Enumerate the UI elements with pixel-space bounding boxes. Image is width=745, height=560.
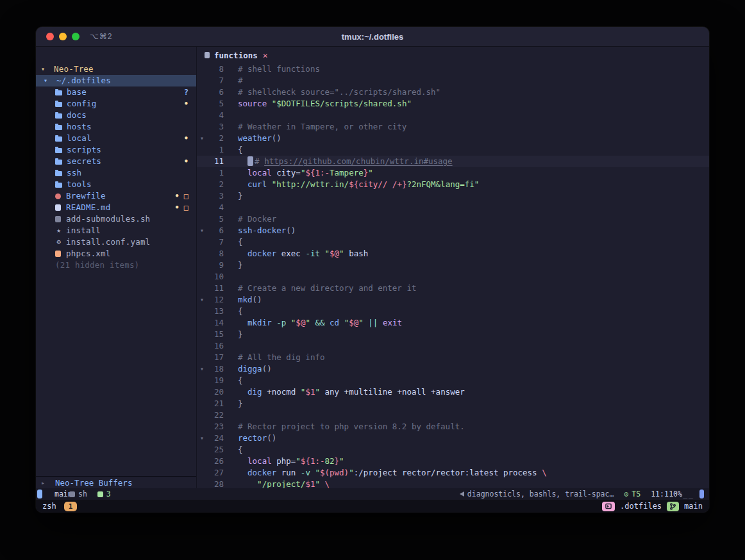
line-number: 28 — [207, 479, 224, 488]
fold-marker-icon[interactable]: ▾ — [197, 225, 207, 236]
tree-item[interactable]: phpcs.xml — [36, 248, 196, 259]
tree-item[interactable]: Brewfile•□ — [36, 190, 196, 202]
neo-tree-buffers-header[interactable]: ▸ Neo-Tree Buffers — [36, 477, 196, 488]
code-line[interactable]: 10 — [197, 271, 709, 283]
code-line[interactable]: 21} — [197, 398, 709, 409]
close-window-button[interactable] — [46, 33, 54, 40]
code-line[interactable]: 4 — [197, 202, 709, 213]
code-token: $@ — [330, 249, 339, 258]
code-token: } — [238, 260, 243, 270]
code-token: exit — [383, 318, 402, 327]
code-line[interactable]: 11# Create a new directory and enter it — [197, 283, 709, 294]
code-area[interactable]: 8# shell functions7#6# shellcheck source… — [197, 63, 709, 488]
code-line[interactable]: 26 local php="${1:-82}" — [197, 456, 709, 467]
fold-marker-icon[interactable]: ▾ — [197, 432, 207, 444]
tree-item[interactable]: add-submodules.sh — [36, 213, 196, 225]
tree-item[interactable]: ⚙install.conf.yaml — [36, 236, 196, 248]
code-line[interactable]: ▾18digga() — [197, 363, 709, 375]
folder-icon — [55, 160, 62, 165]
code-token: # Create a new directory and enter it — [238, 283, 416, 293]
code-line[interactable]: 9} — [197, 259, 709, 271]
code-line[interactable]: 3} — [197, 190, 709, 202]
neo-tree-panel: ▾Neo-Tree▾~/.dotfilesbase?config•docshos… — [36, 47, 197, 488]
cursor-position: 11:1 — [651, 490, 658, 498]
tree-item[interactable]: config• — [36, 98, 196, 110]
code-line[interactable]: 6# shellcheck source="../scripts/shared.… — [197, 86, 709, 98]
tree-item[interactable]: tools — [36, 179, 196, 190]
code-token: # Docker — [238, 214, 276, 224]
code-text — [224, 110, 238, 121]
tree-item[interactable]: secrets• — [36, 156, 196, 167]
folder-icon — [55, 125, 62, 130]
code-line[interactable]: 20 dig +nocmd "$1" any +multiline +noall… — [197, 386, 709, 398]
code-line[interactable]: 16 — [197, 340, 709, 352]
code-line[interactable]: 5# Docker — [197, 213, 709, 225]
code-token — [267, 179, 272, 189]
code-line[interactable]: 4 — [197, 110, 709, 121]
code-line[interactable]: 7# — [197, 75, 709, 86]
code-line[interactable]: 25{ — [197, 444, 709, 456]
tree-item[interactable]: ▾Neo-Tree — [36, 63, 196, 75]
statusline-extra: __ — [683, 490, 694, 498]
fold-marker-icon[interactable]: ▾ — [197, 133, 207, 144]
code-line[interactable]: 7{ — [197, 236, 709, 248]
tree-item[interactable]: ★install — [36, 225, 196, 236]
tree-item[interactable]: hosts — [36, 121, 196, 133]
tab-functions[interactable]: functions × — [205, 51, 268, 60]
code-line[interactable]: 1 local city="${1:-Tampere}" — [197, 167, 709, 179]
code-line[interactable]: 11 # https://github.com/chubin/wttr.in#u… — [197, 156, 709, 167]
tree-item[interactable]: README.md•□ — [36, 202, 196, 213]
code-line[interactable]: 2 curl "http://wttr.in/${city// /+}?2nFQ… — [197, 179, 709, 190]
line-number: 16 — [207, 340, 224, 352]
code-line[interactable]: ▾2weather() — [197, 133, 709, 144]
git-status-badges: • — [184, 98, 196, 110]
code-line[interactable]: 19{ — [197, 375, 709, 386]
line-number: 7 — [207, 75, 224, 86]
tree-item[interactable]: docs — [36, 110, 196, 121]
fold-gutter — [197, 398, 207, 409]
code-line[interactable]: 23# Rector project to php version 8.2 by… — [197, 421, 709, 432]
zoom-window-button[interactable] — [72, 33, 80, 40]
code-text: curl "http://wttr.in/${city// /+}?2nFQM&… — [224, 179, 479, 190]
code-line[interactable]: 28 "/project/$1" \ — [197, 479, 709, 488]
code-line[interactable]: 22 — [197, 409, 709, 421]
code-token — [238, 179, 247, 189]
code-line[interactable]: 17# All the dig info — [197, 352, 709, 363]
fold-marker-icon[interactable]: ▾ — [197, 294, 207, 306]
minimize-window-button[interactable] — [59, 33, 67, 40]
code-line[interactable]: 1{ — [197, 144, 709, 156]
code-line[interactable]: 3# Weather in Tampere, or other city — [197, 121, 709, 133]
code-line[interactable]: 14 mkdir -p "$@" && cd "$@" || exit — [197, 317, 709, 329]
fold-gutter — [197, 352, 207, 363]
code-line[interactable]: 15} — [197, 329, 709, 340]
tree-item[interactable]: ssh — [36, 167, 196, 179]
titlebar[interactable]: ⌥⌘2 tmux:~/.dotfiles — [36, 27, 709, 47]
fold-gutter — [197, 110, 207, 121]
code-line[interactable]: 27 docker run -v "$(pwd)":/project recto… — [197, 467, 709, 479]
tmux-window-name[interactable]: main — [684, 502, 703, 511]
code-text: } — [224, 398, 243, 409]
tab-close-icon[interactable]: × — [263, 51, 268, 60]
tree-item[interactable]: ▾~/.dotfiles — [36, 75, 196, 86]
tmux-window-index-badge[interactable]: 1 — [64, 502, 78, 511]
code-token: " — [315, 387, 320, 397]
code-line[interactable]: ▾6ssh-docker() — [197, 225, 709, 236]
code-token: { — [238, 375, 243, 385]
code-line[interactable]: 5source "$DOTFILES/scripts/shared.sh" — [197, 98, 709, 110]
window-shortcut: ⌥⌘2 — [90, 32, 113, 41]
code-line[interactable]: 13{ — [197, 306, 709, 317]
code-line[interactable]: ▾12mkd() — [197, 294, 709, 306]
chevron-right-icon: ▸ — [41, 479, 55, 486]
tmux-session-name[interactable]: .dotfiles — [620, 502, 662, 511]
code-token: :/project rector/rector:latest process — [354, 468, 542, 477]
fold-marker-icon[interactable]: ▾ — [197, 363, 207, 375]
git-branch-item[interactable]: main — [51, 490, 59, 498]
code-line[interactable]: ▾24rector() — [197, 432, 709, 444]
tree-item-label: add-submodules.sh — [66, 213, 150, 225]
tree-item[interactable]: base? — [36, 86, 196, 98]
tree-item[interactable]: local• — [36, 133, 196, 144]
tree-item[interactable]: scripts — [36, 144, 196, 156]
code-line[interactable]: 8# shell functions — [197, 63, 709, 75]
code-line[interactable]: 8 docker exec -it "$@" bash — [197, 248, 709, 259]
code-text — [224, 409, 238, 421]
